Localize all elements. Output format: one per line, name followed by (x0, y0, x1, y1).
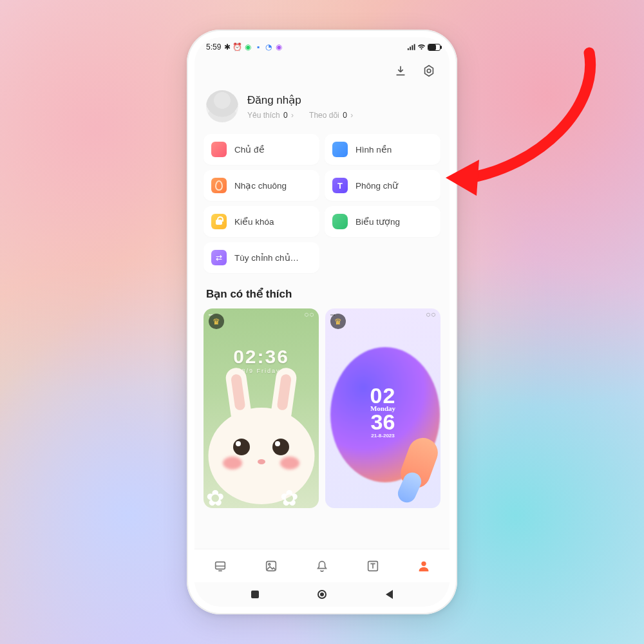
whatsapp-icon: ◉ (243, 43, 252, 52)
screen: 5:59 ✱ ⏰ ◉ ▪ ◔ ◉ 69 (194, 37, 450, 607)
category-label: Nhạc chuông (234, 180, 287, 191)
category-lockstyle[interactable]: Kiểu khóa (204, 206, 319, 237)
following-stat[interactable]: Theo dõi 0 › (309, 111, 353, 120)
status-bar: 5:59 ✱ ⏰ ◉ ▪ ◔ ◉ 69 (194, 37, 450, 57)
preview-statusbar: •••⬡ ⬡ (209, 312, 314, 317)
theme-icon (211, 142, 227, 157)
category-label: Biểu tượng (355, 216, 400, 227)
category-ringtone[interactable]: Nhạc chuông (204, 170, 319, 201)
wallpaper-icon (332, 142, 348, 157)
premium-crown-icon: ♛ (209, 314, 224, 329)
flower-art (280, 485, 306, 508)
tutorial-arrow (438, 45, 618, 200)
signal-icon (407, 43, 415, 52)
phone-frame: 5:59 ✱ ⏰ ◉ ▪ ◔ ◉ 69 (187, 30, 457, 614)
preview-statusbar: •••⬡ ⬡ (330, 312, 435, 317)
section-title-recommend: Bạn có thể thích (204, 273, 440, 308)
download-button[interactable] (392, 62, 410, 80)
login-label: Đăng nhập (247, 93, 353, 107)
category-grid: Chủ đề Hình nền Nhạc chuông Phông chữ Ki… (204, 131, 440, 273)
bunny-art (258, 459, 265, 464)
category-label: Kiểu khóa (234, 216, 274, 227)
svg-point-1 (427, 69, 431, 73)
category-iconset[interactable]: Biểu tượng (325, 206, 440, 237)
nav-profile[interactable] (415, 557, 433, 575)
nav-font[interactable] (364, 557, 382, 575)
chevron-right-icon: › (291, 111, 294, 120)
recommend-cards: •••⬡ ⬡ ♛ 02:36 8/9 Friday (204, 308, 440, 508)
bunny-art (272, 439, 289, 455)
bottom-nav (194, 549, 450, 582)
messenger-icon: ◉ (274, 43, 283, 52)
category-customize[interactable]: Tùy chỉnh chủ… (204, 242, 319, 273)
category-label: Hình nền (355, 144, 392, 155)
battery-icon (428, 44, 440, 51)
ringtone-icon (211, 178, 227, 193)
nav-ringtone[interactable] (313, 557, 331, 575)
status-time: 5:59 (206, 43, 221, 52)
svg-rect-2 (215, 562, 225, 569)
theme-card[interactable]: •••⬡ ⬡ ♛ 02 Monday 36 21-8-2023 (325, 308, 440, 508)
svg-point-6 (422, 561, 426, 565)
recent-apps-button[interactable] (249, 588, 261, 601)
customize-icon (211, 250, 227, 265)
category-label: Tùy chỉnh chủ… (234, 252, 299, 263)
category-font[interactable]: Phông chữ (325, 170, 440, 201)
flower-art (206, 485, 232, 508)
chat-icon: ◔ (264, 43, 272, 52)
lock-icon (211, 214, 227, 229)
premium-crown-icon: ♛ (330, 314, 346, 329)
profile-row[interactable]: Đăng nhập Yêu thích 0 › Theo dõi 0 › (204, 84, 440, 131)
svg-marker-0 (425, 66, 433, 77)
back-button[interactable] (383, 588, 395, 601)
category-label: Phông chữ (355, 180, 398, 191)
category-wallpaper[interactable]: Hình nền (325, 134, 440, 165)
iconset-icon (332, 214, 348, 229)
dnd-icon: ✱ (223, 43, 231, 52)
nav-wallpaper[interactable] (262, 557, 280, 575)
avatar (206, 90, 238, 122)
bunny-art (280, 457, 299, 469)
category-theme[interactable]: Chủ đề (204, 134, 319, 165)
favorites-stat[interactable]: Yêu thích 0 › (247, 111, 294, 120)
app-dot-icon: ▪ (254, 43, 262, 52)
home-button[interactable] (316, 588, 328, 601)
svg-point-4 (269, 563, 270, 565)
theme-card[interactable]: •••⬡ ⬡ ♛ 02:36 8/9 Friday (204, 308, 319, 508)
nav-themes[interactable] (211, 557, 229, 575)
alarm-icon: ⏰ (233, 43, 242, 52)
settings-button[interactable] (420, 62, 438, 80)
system-nav-bar (194, 582, 450, 607)
wifi-icon (417, 43, 426, 52)
font-icon (332, 178, 348, 193)
category-label: Chủ đề (234, 144, 265, 155)
preview-clock: 02 Monday 36 21-8-2023 (325, 386, 440, 439)
toolbar (204, 57, 440, 84)
bunny-art (233, 439, 250, 455)
bunny-art (223, 457, 242, 469)
chevron-right-icon: › (350, 111, 353, 120)
preview-clock: 02:36 8/9 Friday (204, 346, 319, 374)
